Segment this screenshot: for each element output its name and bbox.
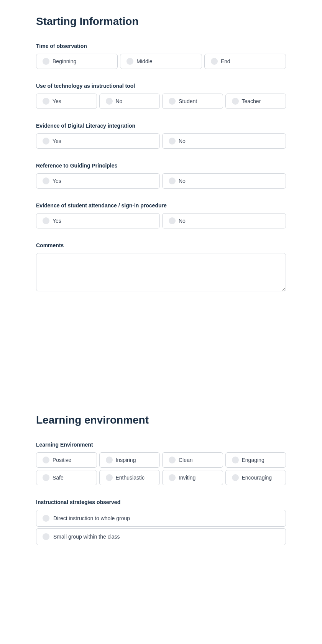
starting-information-section: Starting Information Time of observation… <box>0 0 322 322</box>
strategy-small-group-radio <box>43 533 49 540</box>
learning-environment-row1: Positive Inspiring Clean Engaging <box>36 452 286 468</box>
digital-literacy-label: Evidence of Digital Literacy integration <box>36 123 286 129</box>
time-end-label: End <box>221 58 230 64</box>
starting-information-title: Starting Information <box>36 15 286 28</box>
comments-textarea[interactable] <box>36 253 286 291</box>
le-enthusiastic-option[interactable]: Enthusiastic <box>99 470 160 485</box>
technology-teacher-option[interactable]: Teacher <box>225 94 286 109</box>
le-positive-radio <box>43 457 49 463</box>
time-end-radio <box>211 58 218 65</box>
instructional-strategies-group: Instructional strategies observed Direct… <box>36 499 286 545</box>
guiding-principles-options: Yes No <box>36 173 286 189</box>
learning-environment-title: Learning environment <box>36 414 286 426</box>
strategy-direct-instruction-label: Direct instruction to whole group <box>53 515 130 521</box>
digital-literacy-no-radio <box>169 138 176 145</box>
le-positive-label: Positive <box>53 457 71 463</box>
technology-yes-option[interactable]: Yes <box>36 94 97 109</box>
time-beginning-radio <box>43 58 49 65</box>
digital-literacy-yes-label: Yes <box>53 138 61 144</box>
time-beginning-option[interactable]: Beginning <box>36 54 118 69</box>
comments-label: Comments <box>36 242 286 248</box>
digital-literacy-yes-option[interactable]: Yes <box>36 133 160 149</box>
le-engaging-option[interactable]: Engaging <box>225 452 286 468</box>
le-encouraging-option[interactable]: Encouraging <box>225 470 286 485</box>
digital-literacy-options: Yes No <box>36 133 286 149</box>
le-safe-radio <box>43 474 49 481</box>
student-attendance-yes-option[interactable]: Yes <box>36 213 160 228</box>
le-safe-option[interactable]: Safe <box>36 470 97 485</box>
student-attendance-options: Yes No <box>36 213 286 228</box>
le-clean-label: Clean <box>179 457 193 463</box>
strategy-direct-instruction-radio <box>43 515 49 522</box>
learning-environment-section: Learning environment Learning Environmen… <box>0 399 322 574</box>
instructional-strategies-label: Instructional strategies observed <box>36 499 286 505</box>
le-clean-radio <box>169 457 176 463</box>
guiding-principles-yes-radio <box>43 177 49 184</box>
strategy-direct-instruction-option[interactable]: Direct instruction to whole group <box>36 510 286 527</box>
technology-yes-label: Yes <box>53 98 61 104</box>
technology-no-option[interactable]: No <box>99 94 160 109</box>
le-inviting-label: Inviting <box>179 475 196 481</box>
comments-group: Comments <box>36 242 286 293</box>
section-spacer <box>0 322 322 399</box>
technology-no-label: No <box>116 98 123 104</box>
le-inspiring-label: Inspiring <box>116 457 136 463</box>
guiding-principles-no-radio <box>169 177 176 184</box>
time-of-observation-label: Time of observation <box>36 43 286 49</box>
student-attendance-yes-radio <box>43 217 49 224</box>
time-end-option[interactable]: End <box>204 54 286 69</box>
technology-label: Use of technology as instructional tool <box>36 83 286 89</box>
technology-teacher-radio <box>232 98 239 105</box>
le-engaging-radio <box>232 457 239 463</box>
le-encouraging-label: Encouraging <box>242 475 272 481</box>
time-of-observation-options: Beginning Middle End <box>36 54 286 69</box>
technology-yes-radio <box>43 98 49 105</box>
learning-environment-group: Learning Environment Positive Inspiring … <box>36 442 286 485</box>
le-clean-option[interactable]: Clean <box>162 452 223 468</box>
time-middle-option[interactable]: Middle <box>120 54 202 69</box>
technology-student-radio <box>169 98 176 105</box>
student-attendance-no-radio <box>169 217 176 224</box>
guiding-principles-label: Reference to Guiding Principles <box>36 163 286 169</box>
guiding-principles-no-label: No <box>179 178 186 184</box>
le-enthusiastic-label: Enthusiastic <box>116 475 145 481</box>
learning-environment-row2: Safe Enthusiastic Inviting Encouraging <box>36 470 286 485</box>
student-attendance-no-label: No <box>179 218 186 224</box>
strategy-small-group-option[interactable]: Small group within the class <box>36 528 286 545</box>
technology-teacher-label: Teacher <box>242 98 261 104</box>
le-inviting-option[interactable]: Inviting <box>162 470 223 485</box>
le-inspiring-radio <box>106 457 113 463</box>
guiding-principles-group: Reference to Guiding Principles Yes No <box>36 163 286 189</box>
le-encouraging-radio <box>232 474 239 481</box>
le-positive-option[interactable]: Positive <box>36 452 97 468</box>
time-middle-radio <box>127 58 133 65</box>
digital-literacy-no-option[interactable]: No <box>162 133 286 149</box>
technology-student-option[interactable]: Student <box>162 94 223 109</box>
learning-environment-label: Learning Environment <box>36 442 286 448</box>
technology-student-label: Student <box>179 98 197 104</box>
student-attendance-yes-label: Yes <box>53 218 61 224</box>
le-safe-label: Safe <box>53 475 64 481</box>
le-inviting-radio <box>169 474 176 481</box>
technology-group: Use of technology as instructional tool … <box>36 83 286 109</box>
guiding-principles-yes-option[interactable]: Yes <box>36 173 160 189</box>
digital-literacy-no-label: No <box>179 138 186 144</box>
technology-no-radio <box>106 98 113 105</box>
guiding-principles-no-option[interactable]: No <box>162 173 286 189</box>
digital-literacy-group: Evidence of Digital Literacy integration… <box>36 123 286 149</box>
digital-literacy-yes-radio <box>43 138 49 145</box>
technology-options: Yes No Student Teacher <box>36 94 286 109</box>
le-engaging-label: Engaging <box>242 457 264 463</box>
student-attendance-group: Evidence of student attendance / sign-in… <box>36 202 286 228</box>
time-of-observation-group: Time of observation Beginning Middle End <box>36 43 286 69</box>
time-beginning-label: Beginning <box>53 58 76 64</box>
strategy-small-group-label: Small group within the class <box>53 534 120 540</box>
le-inspiring-option[interactable]: Inspiring <box>99 452 160 468</box>
student-attendance-no-option[interactable]: No <box>162 213 286 228</box>
guiding-principles-yes-label: Yes <box>53 178 61 184</box>
le-enthusiastic-radio <box>106 474 113 481</box>
time-middle-label: Middle <box>136 58 152 64</box>
student-attendance-label: Evidence of student attendance / sign-in… <box>36 202 286 209</box>
